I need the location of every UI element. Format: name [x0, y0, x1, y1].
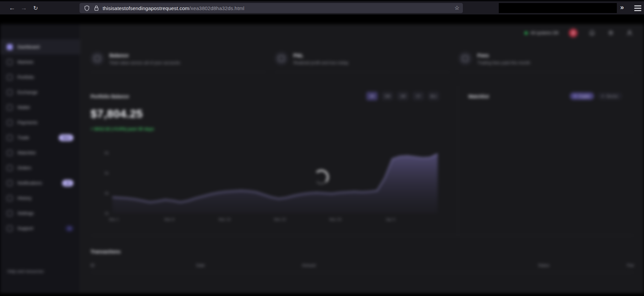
help-icon [7, 225, 13, 231]
url-domain: thisisatestofsendingapostrequest.com [103, 5, 189, 11]
sidebar-item-label: Notifications [17, 180, 42, 185]
stat-card-subtitle: Trading fees paid this month [477, 60, 530, 65]
forward-icon[interactable]: → [19, 4, 29, 12]
range-button-1w[interactable]: 1W [382, 92, 393, 100]
sidebar-item-support[interactable]: Support3 [0, 221, 80, 236]
balance-value: $7,804.25 [91, 107, 458, 120]
url-bar[interactable]: thisisatestofsendingapostrequest.com/xea… [79, 3, 463, 13]
lock-icon[interactable] [94, 5, 99, 11]
transactions-column-id: ID [91, 263, 196, 268]
shield-icon[interactable] [84, 5, 90, 11]
sidebar-item-label: Portfolio [17, 75, 34, 80]
sidebar-item-label: Orders [17, 165, 31, 170]
watchlist-filters: CryptoStocks [570, 92, 622, 100]
x-tick-label: Mar 8 [161, 217, 178, 221]
x-tick-label: Apr 5 [382, 217, 399, 221]
page-content-blurred: DashboardMarketsPortfolioExchangeWalletP… [0, 14, 644, 296]
sidebar-item-badge: 3 [65, 225, 73, 231]
star-icon [7, 150, 13, 156]
chart-icon [7, 135, 13, 141]
sidebar-item-watchlist[interactable]: Watchlist [0, 145, 80, 160]
wallet-icon [7, 104, 13, 111]
user-icon[interactable] [625, 29, 634, 37]
watchlist-filter-stocks[interactable]: Stocks [597, 92, 622, 100]
sidebar-item-settings[interactable]: Settings [0, 206, 80, 221]
fees-icon [459, 52, 472, 65]
page-viewport: DashboardMarketsPortfolioExchangeWalletP… [0, 14, 644, 296]
sidebar-item-label: Exchange [17, 90, 38, 95]
stat-card: BalanceTotal value across all of your ac… [91, 52, 266, 72]
range-button-1d[interactable]: 1D [366, 92, 378, 100]
stat-cards-row: BalanceTotal value across all of your ac… [91, 52, 634, 72]
grid-icon [7, 44, 13, 50]
sidebar-item-label: Watchlist [17, 150, 36, 155]
sidebar-item-payments[interactable]: Payments [0, 115, 80, 130]
watchlist-filter-label: Stocks [606, 94, 618, 98]
app-header: All systems OK 2 ⚙ [91, 24, 634, 42]
filter-dot-icon [574, 95, 576, 97]
watchlist-filter-label: Crypto [579, 94, 590, 98]
sidebar-item-notifications[interactable]: Notifications12 [0, 175, 80, 191]
overflow-chevrons-icon[interactable]: » [620, 3, 623, 11]
menu-icon[interactable] [634, 5, 641, 6]
time-range-group: 1D1W1M1YALL [366, 92, 439, 100]
transactions-header-row: IDDateAmountStatusFee [91, 263, 634, 273]
range-button-all[interactable]: ALL [428, 92, 439, 100]
x-tick-label: Mar 1 [106, 217, 122, 221]
reload-icon[interactable]: ↻ [31, 4, 40, 12]
x-tick-label: Mar 22 [272, 217, 288, 221]
pnl-icon [275, 52, 288, 65]
range-button-1y[interactable]: 1Y [413, 92, 424, 100]
sidebar-item-exchange[interactable]: Exchange [0, 85, 80, 100]
sidebar-item-dashboard[interactable]: Dashboard [0, 39, 80, 54]
stat-card-title: Balance [109, 52, 180, 58]
back-icon[interactable]: ← [7, 4, 17, 12]
balance-chart-panel: Portfolio Balance $7,804.25 + $412.32 (+… [91, 86, 458, 235]
stat-card-text: FeesTrading fees paid this month [477, 52, 530, 65]
charts-row: Portfolio Balance $7,804.25 + $412.32 (+… [91, 86, 634, 236]
x-tick-label: Mar 15 [216, 217, 233, 221]
balance-change: + $412.32 (+5.6%) past 30 days [91, 126, 458, 131]
sidebar-nav: DashboardMarketsPortfolioExchangeWalletP… [0, 24, 80, 236]
sidebar-item-trade[interactable]: TradeNew [0, 130, 80, 145]
stat-card-subtitle: Total value across all of your accounts [109, 60, 180, 65]
loading-spinner [314, 170, 329, 184]
redacted-toolbar-area [499, 3, 617, 13]
sidebar-item-orders[interactable]: Orders [0, 160, 80, 175]
notification-badge[interactable]: 2 [569, 29, 578, 37]
stat-card-text: P&LRealized profit and loss today [293, 52, 348, 65]
app-root: DashboardMarketsPortfolioExchangeWalletP… [0, 24, 644, 293]
swap-icon [7, 89, 13, 95]
sidebar-item-wallet[interactable]: Wallet [0, 100, 80, 115]
transactions-section: Transactions IDDateAmountStatusFee [91, 249, 634, 273]
stat-card: FeesTrading fees paid this month [459, 52, 634, 72]
stat-card-title: P&L [293, 52, 348, 58]
sidebar-item-label: History [17, 196, 32, 201]
transactions-column-fee: Fee [627, 263, 634, 268]
sidebar-item-badge: New [59, 134, 73, 141]
stat-card-title: Fees [477, 52, 530, 58]
sidebar-item-label: Wallet [17, 105, 30, 110]
settings-gear-icon[interactable]: ⚙ [606, 29, 615, 37]
sidebar-item-portfolio[interactable]: Portfolio [0, 70, 80, 85]
balance-icon [91, 52, 104, 65]
watchlist-filter-crypto[interactable]: Crypto [570, 92, 594, 100]
transactions-column-status: Status [538, 263, 627, 268]
sidebar-item-badge: 12 [62, 180, 73, 186]
bookmark-star-icon[interactable]: ☆ [454, 4, 460, 11]
transactions-column-date: Date [196, 263, 302, 268]
sidebar-item-label: Support [17, 226, 33, 231]
main-content: All systems OK 2 ⚙ BalanceTotal value ac… [80, 24, 644, 293]
sidebar-item-label: Markets [17, 59, 34, 65]
card-icon [7, 120, 13, 126]
range-button-1m[interactable]: 1M [397, 92, 409, 100]
sidebar-item-markets[interactable]: Markets [0, 54, 80, 70]
bell-icon [7, 180, 13, 186]
stat-card: P&LRealized profit and loss today [275, 52, 450, 72]
status-chip: All systems OK [525, 31, 559, 35]
transactions-column-amount: Amount [302, 263, 538, 268]
bell-icon[interactable] [588, 29, 596, 37]
sidebar-item-history[interactable]: History [0, 191, 80, 206]
x-tick-label: Mar 29 [327, 217, 344, 221]
sidebar-item-label: Payments [17, 120, 38, 125]
